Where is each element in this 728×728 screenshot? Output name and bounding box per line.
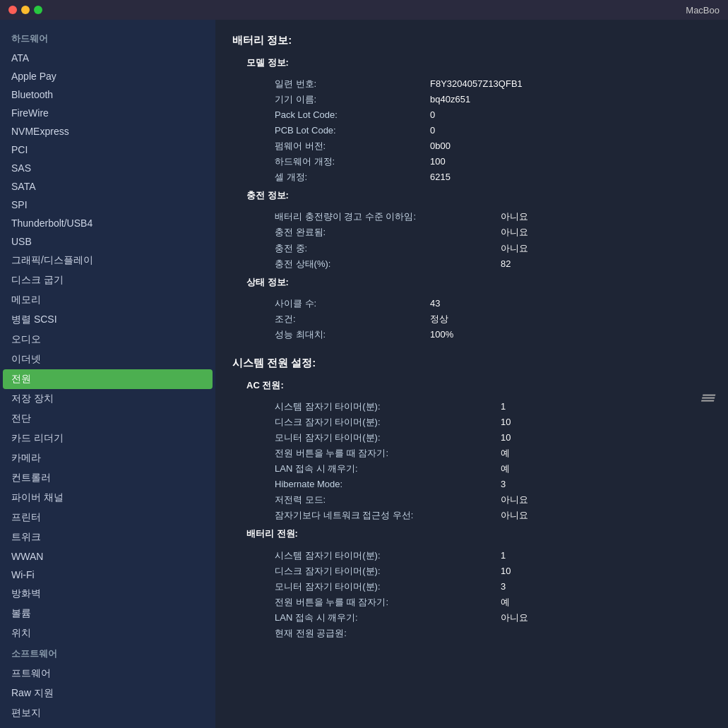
charge-info-title: 충전 정보:	[246, 188, 711, 203]
battery-power-details: 시스템 잠자기 타이머(분): 1 디스크 잠자기 타이머(분): 10 모니터…	[275, 548, 711, 642]
sidebar-item-hardware-header: 하드웨어	[0, 25, 215, 49]
bat-monitor-sleep-row: 모니터 잠자기 타이머(분): 3	[275, 579, 711, 595]
bat-power-button-row: 전원 버튼을 누를 때 잠자기: 예	[275, 595, 711, 610]
ac-lan-wakeup-row: LAN 접속 시 깨우기: 예	[275, 461, 711, 477]
sidebar-item-camera[interactable]: 카메라	[0, 448, 215, 468]
sidebar-item-other[interactable]: 편보지	[0, 703, 215, 723]
ac-hibernate-mode-label: Hibernate Mode:	[275, 477, 501, 492]
condition-label: 조건:	[275, 311, 430, 327]
sidebar-item-card-reader[interactable]: 카드 리더기	[0, 429, 215, 448]
ac-low-power-label: 저전력 모드:	[275, 492, 501, 508]
sidebar-item-graphics[interactable]: 그래픽/디스플레이	[0, 251, 215, 270]
cell-revision-label: 셀 개정:	[275, 169, 430, 185]
sidebar-item-bluetooth[interactable]: Bluetooth	[0, 85, 215, 104]
window-title: MacBoo	[686, 5, 720, 16]
cycle-count-value: 43	[430, 296, 440, 311]
sidebar-item-tweak[interactable]: 트위크	[0, 527, 215, 547]
sidebar-item-power[interactable]: 전원	[3, 369, 213, 389]
sidebar-item-controller[interactable]: 컨트롤러	[0, 468, 215, 488]
charge-warning-label: 배터리 충전량이 경고 수준 이하임:	[275, 209, 501, 225]
ac-lan-wakeup-label: LAN 접속 시 깨우기:	[275, 461, 501, 477]
sidebar-item-usb[interactable]: USB	[0, 232, 215, 251]
current-power-source-row: 현재 전원 공급원:	[275, 626, 711, 641]
firmware-version-row: 펌웨어 버전: 0b00	[275, 138, 711, 154]
condition-value: 정상	[430, 311, 448, 327]
sidebar-item-apple-pay[interactable]: Apple Pay	[0, 67, 215, 85]
bat-lan-wakeup-value: 아니요	[501, 610, 528, 626]
firmware-version-label: 펌웨어 버전:	[275, 138, 430, 154]
pack-lot-code-value: 0	[430, 107, 435, 123]
charge-warning-row: 배터리 충전량이 경고 수준 이하임: 아니요	[275, 209, 711, 225]
sidebar-item-disc-burning[interactable]: 디스크 굽기	[0, 270, 215, 290]
sidebar-item-ethernet[interactable]: 이더넷	[0, 350, 215, 369]
sidebar-item-location[interactable]: 위치	[0, 623, 215, 643]
bat-power-button-label: 전원 버튼을 누를 때 잠자기:	[275, 595, 501, 610]
sidebar-item-sata[interactable]: SATA	[0, 177, 215, 196]
ac-power-button-label: 전원 버튼을 누를 때 잠자기:	[275, 446, 501, 461]
sidebar-item-firewall[interactable]: 방화벽	[0, 584, 215, 604]
sidebar-item-parallel-scsi[interactable]: 병렬 SCSI	[0, 310, 215, 330]
max-capacity-value: 100%	[430, 327, 453, 342]
ac-lan-wakeup-value: 예	[501, 461, 510, 477]
sidebar-item-pci[interactable]: PCI	[0, 141, 215, 159]
charge-percent-row: 충전 상태(%): 82	[275, 256, 711, 272]
ac-power-button-value: 예	[501, 446, 510, 461]
sidebar-item-raw-support[interactable]: Raw 지원	[0, 684, 215, 703]
device-name-label: 기기 이름:	[275, 92, 430, 107]
bat-system-sleep-label: 시스템 잠자기 타이머(분):	[275, 548, 501, 563]
firmware-version-value: 0b00	[430, 138, 450, 154]
bat-power-button-value: 예	[501, 595, 510, 610]
traffic-lights	[8, 6, 42, 14]
sidebar-item-fiber-channel[interactable]: 파이버 채널	[0, 488, 215, 508]
sidebar-item-nvmexpress[interactable]: NVMExpress	[0, 122, 215, 141]
ac-low-power-value: 아니요	[501, 492, 528, 508]
ac-system-sleep-value: 1	[501, 399, 506, 414]
ac-power-button-row: 전원 버튼을 누를 때 잠자기: 예	[275, 446, 711, 461]
sidebar-item-spi[interactable]: SPI	[0, 196, 215, 214]
sidebar-item-memory[interactable]: 메모리	[0, 290, 215, 310]
main-content: 배터리 정보: 모델 정보: 일련 번호: F8Y3204057Z13QFB1 …	[215, 20, 728, 728]
ac-system-sleep-label: 시스템 잠자기 타이머(분):	[275, 399, 501, 414]
bat-lan-wakeup-row: LAN 접속 시 깨우기: 아니요	[275, 610, 711, 626]
condition-row: 조건: 정상	[275, 311, 711, 327]
sidebar-item-storage[interactable]: 저장 장치	[0, 389, 215, 409]
sidebar-item-audio[interactable]: 오디오	[0, 330, 215, 350]
sidebar-item-wifi[interactable]: Wi-Fi	[0, 566, 215, 584]
ac-hibernate-mode-row: Hibernate Mode: 3	[275, 477, 711, 492]
hardware-revision-value: 100	[430, 154, 446, 169]
minimize-button[interactable]	[21, 6, 30, 14]
ac-power-group: AC 전원: 시스템 잠자기 타이머(분): 1 디스크 잠자기 타이머(분):…	[246, 378, 711, 524]
sidebar-item-printer[interactable]: 프린터	[0, 508, 215, 527]
close-button[interactable]	[8, 6, 17, 14]
pcb-lot-code-row: PCB Lot Code: 0	[275, 123, 711, 138]
ac-power-title: AC 전원:	[246, 378, 711, 393]
sidebar-item-shear[interactable]: 전단	[0, 409, 215, 429]
sidebar-item-volume[interactable]: 볼륨	[0, 604, 215, 623]
hardware-revision-label: 하드웨어 개정:	[275, 154, 430, 169]
charge-complete-value: 아니요	[501, 225, 528, 240]
ac-network-access-value: 아니요	[501, 508, 528, 523]
bat-disk-sleep-label: 디스크 잠자기 타이머(분):	[275, 563, 501, 579]
model-info-group: 모델 정보: 일련 번호: F8Y3204057Z13QFB1 기기 이름: b…	[246, 55, 711, 186]
charging-row: 충전 중: 아니요	[275, 241, 711, 256]
fullscreen-button[interactable]	[34, 6, 42, 14]
sidebar-item-firewire[interactable]: FireWire	[0, 104, 215, 122]
sidebar-item-thunderbolt[interactable]: Thunderbolt/USB4	[0, 214, 215, 232]
cursor-indicator: 𝍢	[700, 387, 714, 411]
cell-revision-row: 셀 개정: 6215	[275, 169, 711, 185]
charging-value: 아니요	[501, 241, 528, 256]
model-info-details: 일련 번호: F8Y3204057Z13QFB1 기기 이름: bq40z651…	[275, 76, 711, 186]
sidebar-item-ata[interactable]: ATA	[0, 49, 215, 67]
sidebar-item-wwan[interactable]: WWAN	[0, 547, 215, 566]
sidebar-item-software[interactable]: 프트웨어	[0, 664, 215, 684]
bat-lan-wakeup-label: LAN 접속 시 깨우기:	[275, 610, 501, 626]
model-info-title: 모델 정보:	[246, 55, 711, 71]
battery-power-title: 배터리 전원:	[246, 526, 711, 542]
charge-info-details: 배터리 충전량이 경고 수준 이하임: 아니요 충전 완료됨: 아니요 충전 중…	[275, 209, 711, 271]
charge-info-group: 충전 정보: 배터리 충전량이 경고 수준 이하임: 아니요 충전 완료됨: 아…	[246, 188, 711, 271]
sidebar-item-sas[interactable]: SAS	[0, 159, 215, 177]
ac-monitor-sleep-label: 모니터 잠자기 타이머(분):	[275, 430, 501, 446]
ac-hibernate-mode-value: 3	[501, 477, 506, 492]
battery-section-title: 배터리 정보:	[232, 31, 711, 49]
pack-lot-code-row: Pack Lot Code: 0	[275, 107, 711, 123]
